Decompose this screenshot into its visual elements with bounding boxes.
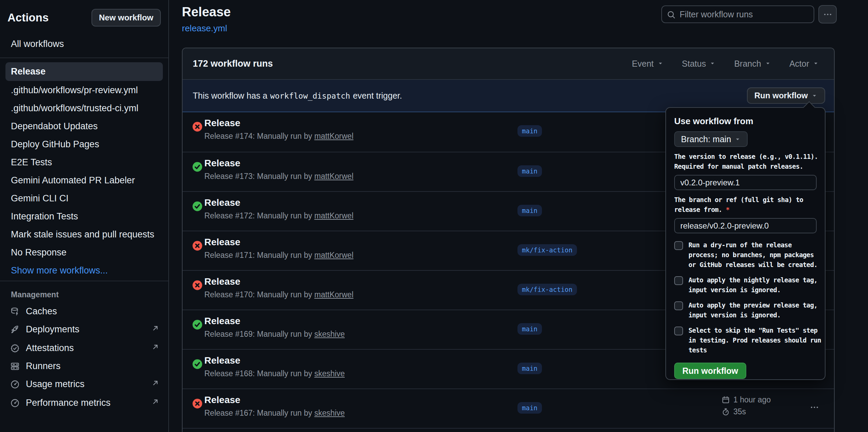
checkbox-label: Select to skip the "Run Tests" step in t… <box>688 326 821 355</box>
check-circle-icon <box>192 201 203 212</box>
dispatch-option[interactable]: Select to skip the "Run Tests" step in t… <box>674 326 817 355</box>
new-workflow-button[interactable]: New workflow <box>91 9 161 27</box>
sidebar-item-caches[interactable]: Caches <box>0 303 168 320</box>
run-description: Release #169: Manually run by skeshive <box>204 330 345 339</box>
chevron-down-icon <box>709 60 716 67</box>
sidebar-item-workflow[interactable]: Integration Tests <box>5 208 163 225</box>
dispatch-option[interactable]: Run a dry-run of the release process; no… <box>674 240 817 270</box>
sidebar-item-workflow[interactable]: E2E Tests <box>5 154 163 171</box>
run-description: Release #167: Manually run by skeshive <box>204 409 345 418</box>
sidebar-item-workflow[interactable]: .github/workflows/trusted-ci.yml <box>5 100 163 117</box>
run-description: Release #172: Manually run by mattKorwel <box>204 211 354 220</box>
sidebar-item-deployments[interactable]: Deployments <box>0 320 168 339</box>
branch-badge[interactable]: main <box>517 205 542 216</box>
sidebar-item-all-workflows[interactable]: All workflows <box>5 35 163 53</box>
calendar-icon <box>721 396 730 404</box>
x-circle-icon <box>192 398 203 409</box>
branch-badge[interactable]: mk/fix-action <box>517 244 577 256</box>
filter-event-dropdown[interactable]: Event <box>632 59 664 69</box>
checkbox[interactable] <box>674 241 683 250</box>
management-list: Caches Deployments Attestations Runners … <box>0 303 168 412</box>
run-title-link[interactable]: Release <box>204 237 240 247</box>
sidebar-item-workflow[interactable]: Release <box>5 62 163 81</box>
sidebar-item-performance-metrics[interactable]: Performance metrics <box>0 394 168 412</box>
sidebar-item-workflow[interactable]: .github/workflows/pr-review.yml <box>5 82 163 99</box>
run-title-link[interactable]: Release <box>204 118 240 128</box>
show-more-workflows-link[interactable]: Show more workflows... <box>0 262 168 281</box>
branch-badge[interactable]: main <box>517 125 542 137</box>
run-title-link[interactable]: Release <box>204 276 240 287</box>
actor-link[interactable]: mattKorwel <box>314 251 353 260</box>
sidebar-item-workflow[interactable]: Mark stale issues and pull requests <box>5 226 163 243</box>
dispatch-option[interactable]: Auto apply the preview release tag, inpu… <box>674 300 817 320</box>
sidebar-title: Actions <box>7 11 49 24</box>
meter-icon <box>10 380 20 389</box>
run-description: Release #170: Manually run by mattKorwel <box>204 290 354 299</box>
workflow-file-link[interactable]: release.yml <box>182 23 227 34</box>
actor-link[interactable]: mattKorwel <box>314 132 353 140</box>
sidebar-item-workflow[interactable]: No Response <box>5 244 163 261</box>
checkbox-label: Auto apply the preview release tag, inpu… <box>688 300 817 320</box>
chevron-down-icon <box>657 60 664 67</box>
branch-badge[interactable]: mk/fix-action <box>517 284 577 295</box>
run-workflow-dropdown-button[interactable]: Run workflow <box>747 87 825 104</box>
run-row-partial <box>183 428 834 432</box>
run-workflow-submit-button[interactable]: Run workflow <box>674 363 746 379</box>
branch-select-button[interactable]: Branch: main <box>674 131 748 147</box>
server-icon <box>10 362 20 371</box>
branch-badge[interactable]: main <box>517 323 542 335</box>
branch-badge[interactable]: main <box>517 402 542 414</box>
checkbox[interactable] <box>674 276 683 285</box>
chevron-down-icon <box>811 93 818 99</box>
run-options-button[interactable] <box>810 403 819 413</box>
branch-badge[interactable]: main <box>517 165 542 177</box>
filter-status-dropdown[interactable]: Status <box>682 59 716 69</box>
sidebar-item-workflow[interactable]: Gemini Automated PR Labeler <box>5 172 163 189</box>
workflow-dispatch-code: workflow_dispatch <box>270 92 350 100</box>
run-title-link[interactable]: Release <box>204 395 240 405</box>
run-title-link[interactable]: Release <box>204 158 240 168</box>
sidebar-item-runners[interactable]: Runners <box>0 358 168 375</box>
actor-link[interactable]: skeshive <box>314 409 344 417</box>
version-input[interactable] <box>674 175 817 190</box>
filter-branch-dropdown[interactable]: Branch <box>734 59 771 69</box>
checkbox[interactable] <box>674 301 683 310</box>
dispatch-option[interactable]: Auto apply the nightly release tag, inpu… <box>674 275 817 295</box>
workflow-run-row[interactable]: Release Release #167: Manually run by sk… <box>183 388 834 428</box>
sidebar-item-workflow[interactable]: Dependabot Updates <box>5 118 163 135</box>
filter-actor-dropdown[interactable]: Actor <box>789 59 819 69</box>
sidebar-item-workflow[interactable]: Gemini CLI CI <box>5 190 163 207</box>
actor-link[interactable]: skeshive <box>314 330 344 338</box>
run-description: Release #168: Manually run by skeshive <box>204 369 345 378</box>
run-title-link[interactable]: Release <box>204 316 240 326</box>
verified-icon <box>10 344 20 353</box>
sidebar-item-workflow[interactable]: Deploy GitHub Pages <box>5 136 163 153</box>
runs-header: 172 workflow runs Event Status Branch Ac… <box>183 48 834 80</box>
arrow-up-right-icon <box>151 378 160 388</box>
run-title-link[interactable]: Release <box>204 355 240 366</box>
run-description: Release #173: Manually run by mattKorwel <box>204 172 354 181</box>
run-filters: Event Status Branch Actor <box>632 59 819 69</box>
search-icon <box>667 10 676 19</box>
sidebar-item-usage-metrics[interactable]: Usage metrics <box>0 375 168 394</box>
dispatch-options-list: Run a dry-run of the release process; no… <box>674 240 817 355</box>
run-title-link[interactable]: Release <box>204 197 240 208</box>
arrow-up-right-icon <box>151 397 160 406</box>
actor-link[interactable]: mattKorwel <box>314 290 353 299</box>
arrow-up-right-icon <box>151 342 160 352</box>
actor-link[interactable]: mattKorwel <box>314 172 353 181</box>
x-circle-icon <box>192 280 203 290</box>
use-workflow-from-label: Use workflow from <box>674 116 817 127</box>
filter-runs-input[interactable] <box>680 7 811 22</box>
actor-link[interactable]: skeshive <box>314 369 344 378</box>
branch-badge[interactable]: main <box>517 363 542 374</box>
sidebar-item-attestations[interactable]: Attestations <box>0 339 168 358</box>
checkbox[interactable] <box>674 327 683 335</box>
ref-input[interactable] <box>674 218 817 233</box>
workflow-options-button[interactable] <box>818 5 837 23</box>
actor-link[interactable]: mattKorwel <box>314 211 353 220</box>
run-workflow-panel: Use workflow from Branch: main The versi… <box>665 107 826 380</box>
check-circle-icon <box>192 162 203 172</box>
actions-sidebar: Actions New workflow All workflows Relea… <box>0 0 169 432</box>
version-help-text: The version to release (e.g., v0.1.11). … <box>674 152 817 171</box>
